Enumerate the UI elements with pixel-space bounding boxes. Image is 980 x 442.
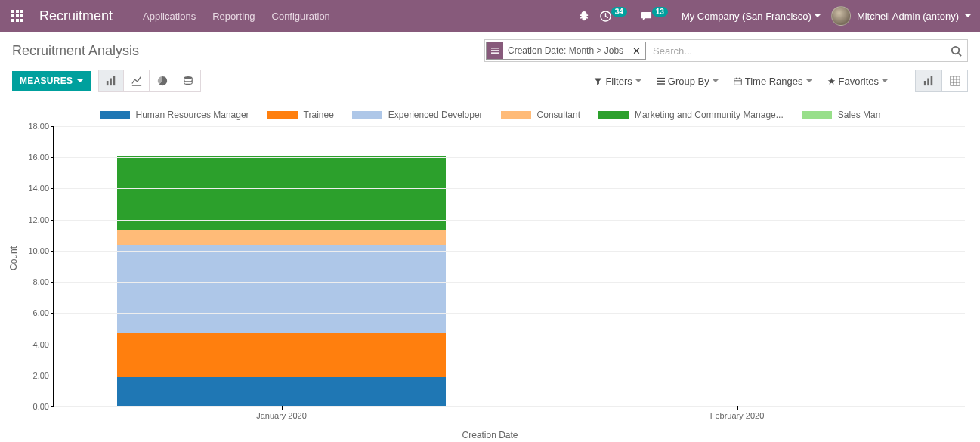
y-tick-mark (51, 282, 54, 283)
legend-swatch (352, 111, 382, 119)
svg-point-13 (951, 46, 958, 53)
chevron-down-icon (635, 79, 641, 82)
search-view: Creation Date: Month > Jobs ✕ (484, 39, 968, 62)
control-panel-bottom: MEASURES Filters Group By Time Ran (0, 66, 980, 100)
measures-label: MEASURES (20, 76, 73, 86)
chevron-down-icon (882, 79, 888, 82)
y-axis-label: Count (8, 246, 19, 270)
nav-reporting[interactable]: Reporting (212, 11, 255, 22)
legend-item[interactable]: Human Resources Manager (100, 110, 249, 120)
legend-item[interactable]: Experienced Developer (352, 110, 483, 120)
legend-label: Trainee (304, 110, 334, 120)
svg-rect-29 (950, 76, 959, 85)
gridline (54, 406, 965, 407)
svg-rect-12 (491, 52, 499, 54)
bar-segment[interactable] (117, 333, 445, 377)
chevron-down-icon (713, 79, 719, 82)
y-tick-label: 18.00 (28, 122, 54, 131)
legend-swatch (501, 111, 531, 119)
y-tick-mark (51, 313, 54, 314)
legend-item[interactable]: Marketing and Community Manage... (598, 110, 784, 120)
bar-segment[interactable] (117, 230, 445, 244)
x-tick-mark (737, 406, 738, 410)
y-tick-mark (51, 220, 54, 221)
stacked-button[interactable] (175, 70, 201, 92)
debug-icon[interactable] (579, 11, 589, 21)
page-title: Recruitment Analysis (12, 43, 139, 59)
search-icon[interactable] (944, 45, 967, 57)
svg-rect-28 (931, 76, 933, 85)
chart-body: Count 0.002.004.006.008.0010.0012.0014.0… (53, 126, 965, 428)
y-tick-mark (51, 251, 54, 252)
facet-remove-icon[interactable]: ✕ (628, 42, 645, 59)
timeranges-dropdown[interactable]: Time Ranges (734, 76, 812, 87)
apps-icon[interactable] (9, 8, 26, 24)
y-tick-label: 16.00 (28, 153, 54, 162)
activities-badge: 34 (611, 7, 627, 17)
legend-item[interactable]: Trainee (267, 110, 334, 120)
avatar (831, 6, 851, 26)
timeranges-label: Time Ranges (745, 76, 803, 87)
legend-label: Marketing and Community Manage... (635, 110, 784, 120)
svg-rect-1 (16, 10, 19, 13)
gridline (54, 376, 965, 376)
y-tick-mark (51, 376, 54, 376)
legend-item[interactable]: Consultant (501, 110, 580, 120)
chart-bars (54, 126, 965, 406)
y-tick-label: 10.00 (28, 246, 54, 255)
svg-rect-20 (657, 80, 665, 81)
svg-rect-8 (20, 19, 23, 22)
chart-legend: Human Resources ManagerTraineeExperience… (8, 105, 972, 126)
user-menu[interactable]: Mitchell Admin (antony) (831, 6, 971, 26)
graph-view-button[interactable] (916, 70, 941, 91)
x-axis-label: Creation Date (8, 430, 972, 440)
legend-item[interactable]: Sales Man (802, 110, 881, 120)
chevron-down-icon (815, 14, 821, 17)
measures-button[interactable]: MEASURES (12, 71, 91, 91)
gridline (54, 220, 965, 221)
svg-rect-22 (734, 79, 741, 85)
company-switcher[interactable]: My Company (San Francisco) (682, 11, 821, 22)
legend-label: Human Resources Manager (136, 110, 249, 120)
svg-rect-6 (11, 19, 14, 22)
facet-label: Creation Date: Month > Jobs (503, 42, 628, 59)
svg-rect-7 (16, 19, 19, 22)
search-input[interactable] (647, 45, 944, 57)
chevron-down-icon (806, 79, 812, 82)
main-navbar: Recruitment Applications Reporting Confi… (0, 0, 980, 32)
pie-chart-button[interactable] (150, 70, 175, 92)
list-icon (487, 42, 503, 59)
chart-type-group (98, 70, 201, 92)
svg-rect-3 (11, 14, 14, 17)
bar-segment[interactable] (117, 245, 445, 333)
svg-rect-21 (657, 83, 665, 84)
groupby-dropdown[interactable]: Group By (657, 76, 719, 87)
svg-rect-0 (11, 10, 14, 13)
gridline (54, 126, 965, 127)
nav-applications[interactable]: Applications (143, 11, 196, 22)
legend-label: Experienced Developer (388, 110, 483, 120)
y-tick-mark (51, 345, 54, 345)
y-tick-mark (51, 406, 54, 407)
svg-point-18 (184, 76, 193, 79)
legend-label: Consultant (537, 110, 580, 120)
chart-plot-area: 0.002.004.006.008.0010.0012.0014.0016.00… (53, 126, 965, 407)
bar-segment[interactable] (117, 377, 445, 406)
gridline (54, 345, 965, 345)
gridline (54, 157, 965, 158)
svg-rect-2 (20, 10, 23, 13)
app-brand[interactable]: Recruitment (39, 8, 113, 24)
filters-dropdown[interactable]: Filters (594, 76, 641, 87)
view-switcher (915, 70, 968, 92)
favorites-dropdown[interactable]: Favorites (827, 76, 888, 87)
nav-configuration[interactable]: Configuration (272, 11, 330, 22)
legend-swatch (100, 111, 130, 119)
activities-icon[interactable]: 34 (600, 11, 630, 22)
chart-container: Human Resources ManagerTraineeExperience… (0, 100, 980, 442)
pivot-view-button[interactable] (941, 70, 967, 91)
y-tick-label: 12.00 (28, 215, 54, 224)
messages-icon[interactable]: 13 (641, 11, 671, 22)
line-chart-button[interactable] (124, 70, 150, 92)
x-tick-mark (282, 406, 283, 410)
bar-chart-button[interactable] (98, 70, 124, 92)
